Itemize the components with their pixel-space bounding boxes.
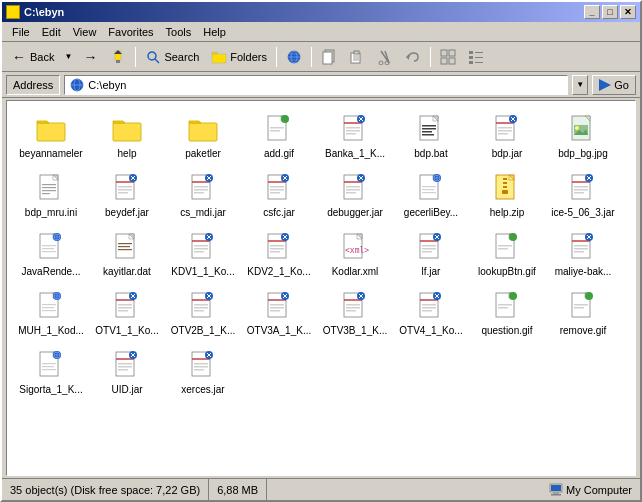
file-item[interactable]: beyannameler <box>15 109 87 164</box>
svg-rect-97 <box>194 186 208 188</box>
svg-rect-126 <box>422 192 436 193</box>
svg-rect-39 <box>189 123 217 141</box>
jpg-icon <box>567 113 599 145</box>
file-item[interactable]: UID.jar <box>91 345 163 400</box>
menu-file[interactable]: File <box>6 24 36 40</box>
file-item[interactable]: lf.jar <box>395 227 467 282</box>
globe-button[interactable] <box>281 45 307 69</box>
svg-rect-195 <box>498 245 512 247</box>
undo-button[interactable] <box>400 45 426 69</box>
file-item[interactable]: csfc.jar <box>243 168 315 223</box>
up-button[interactable] <box>105 45 131 69</box>
view-details-button[interactable] <box>463 45 489 69</box>
svg-rect-80 <box>42 184 56 185</box>
file-item[interactable]: remove.gif <box>547 286 619 341</box>
menu-tools[interactable]: Tools <box>160 24 198 40</box>
svg-rect-60 <box>422 128 436 130</box>
view-grid-button[interactable] <box>435 45 461 69</box>
file-item[interactable]: OTV1_1_Ko... <box>91 286 163 341</box>
svg-rect-246 <box>346 307 360 309</box>
file-item[interactable]: ice-5_06_3.jar <box>547 168 619 223</box>
file-label: bdp_mru.ini <box>25 207 77 219</box>
file-item[interactable]: beydef.jar <box>91 168 163 223</box>
forward-icon: → <box>82 49 98 65</box>
svg-rect-59 <box>422 125 436 127</box>
svg-rect-14 <box>354 51 359 54</box>
file-item[interactable]: MUH_1_Kod... <box>15 286 87 341</box>
file-item[interactable]: gecerliBey... <box>395 168 467 223</box>
file-item[interactable]: bdp_mru.ini <box>15 168 87 223</box>
web-icon <box>35 349 67 381</box>
file-label: JavaRende... <box>22 266 81 278</box>
forward-button[interactable]: → <box>77 45 103 69</box>
cut-icon <box>377 49 393 65</box>
menu-view[interactable]: View <box>67 24 103 40</box>
file-item[interactable]: bdp.jar <box>471 109 543 164</box>
back-dropdown[interactable]: ▼ <box>61 45 75 69</box>
menu-edit[interactable]: Edit <box>36 24 67 40</box>
svg-point-20 <box>379 61 383 65</box>
file-item[interactable]: help <box>91 109 163 164</box>
file-item[interactable]: KDV1_1_Ko... <box>167 227 239 282</box>
file-item[interactable]: debugger.jar <box>319 168 391 223</box>
file-item[interactable]: kayitlar.dat <box>91 227 163 282</box>
folders-button[interactable]: Folders <box>206 45 272 69</box>
svg-rect-202 <box>574 245 588 247</box>
svg-rect-253 <box>422 304 436 306</box>
file-item[interactable]: OTV4_1_Ko... <box>395 286 467 341</box>
minimize-button[interactable]: _ <box>584 5 600 19</box>
file-label: help.zip <box>490 207 524 219</box>
status-computer: My Computer <box>541 479 640 500</box>
web-icon <box>35 290 67 322</box>
gif-icon <box>491 290 523 322</box>
copy-button[interactable] <box>316 45 342 69</box>
search-button[interactable]: Search <box>140 45 204 69</box>
svg-rect-300 <box>551 494 561 496</box>
svg-rect-83 <box>42 193 50 194</box>
menu-favorites[interactable]: Favorites <box>102 24 159 40</box>
svg-rect-89 <box>118 186 132 188</box>
file-item[interactable]: OTV3A_1_K... <box>243 286 315 341</box>
file-item[interactable]: OTV2B_1_K... <box>167 286 239 341</box>
menu-bar: File Edit View Favorites Tools Help <box>2 22 640 42</box>
file-area[interactable]: beyannameler help paketler add.gif <box>6 100 636 476</box>
svg-rect-125 <box>422 189 434 190</box>
file-item[interactable]: Banka_1_K... <box>319 109 391 164</box>
paste-button[interactable] <box>344 45 370 69</box>
file-item[interactable]: lookupBtn.gif <box>471 227 543 282</box>
address-input[interactable]: C:\ebyn <box>64 75 568 95</box>
maximize-button[interactable]: □ <box>602 5 618 19</box>
svg-rect-262 <box>498 307 508 309</box>
file-item[interactable]: add.gif <box>243 109 315 164</box>
svg-rect-37 <box>37 123 65 141</box>
svg-text:<xml>: <xml> <box>345 246 369 255</box>
file-item[interactable]: <xml> Kodlar.xml <box>319 227 391 282</box>
file-item[interactable]: Sigorta_1_K... <box>15 345 87 400</box>
cut-button[interactable] <box>372 45 398 69</box>
file-item[interactable]: bdp.bat <box>395 109 467 164</box>
file-item[interactable]: KDV2_1_Ko... <box>243 227 315 282</box>
address-dropdown[interactable]: ▼ <box>572 75 588 95</box>
file-item[interactable]: maliye-bak... <box>547 227 619 282</box>
file-label: kayitlar.dat <box>103 266 151 278</box>
file-item[interactable]: paketler <box>167 109 239 164</box>
svg-marker-36 <box>599 79 611 91</box>
back-button[interactable]: ← Back <box>6 45 59 69</box>
svg-rect-69 <box>498 130 512 132</box>
file-item[interactable]: help.zip <box>471 168 543 223</box>
window-title: C:\ebyn <box>24 6 64 18</box>
gif-icon <box>263 113 295 145</box>
file-item[interactable]: question.gif <box>471 286 543 341</box>
file-label: Sigorta_1_K... <box>19 384 82 396</box>
jar-icon <box>415 231 447 263</box>
file-item[interactable]: OTV3B_1_K... <box>319 286 391 341</box>
svg-rect-254 <box>422 307 436 309</box>
file-item[interactable]: JavaRende... <box>15 227 87 282</box>
svg-rect-174 <box>270 245 284 247</box>
file-item[interactable]: cs_mdi.jar <box>167 168 239 223</box>
file-item[interactable]: xerces.jar <box>167 345 239 400</box>
close-button[interactable]: ✕ <box>620 5 636 19</box>
menu-help[interactable]: Help <box>197 24 232 40</box>
go-button[interactable]: Go <box>592 75 636 95</box>
file-item[interactable]: bdp_bg.jpg <box>547 109 619 164</box>
